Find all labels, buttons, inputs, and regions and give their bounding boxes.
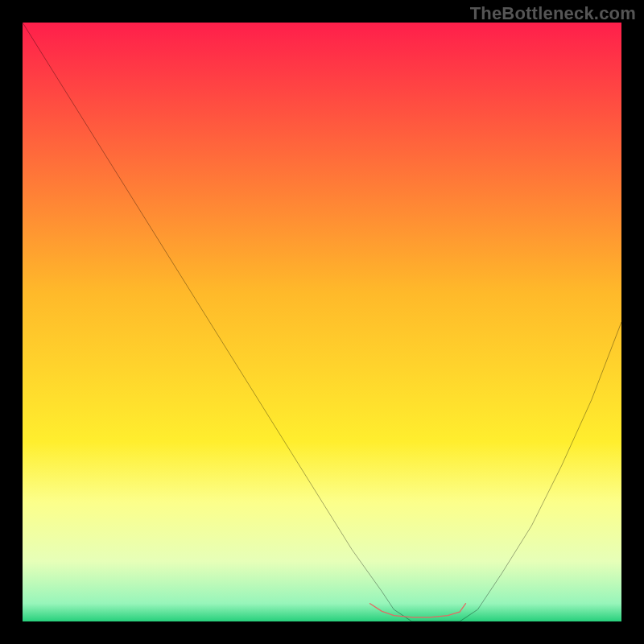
chart-background: [23, 23, 621, 621]
chart-plot-area: [23, 23, 621, 621]
chart-svg: [23, 23, 621, 621]
chart-frame: TheBottleneck.com: [0, 0, 644, 644]
watermark-text: TheBottleneck.com: [470, 3, 636, 24]
